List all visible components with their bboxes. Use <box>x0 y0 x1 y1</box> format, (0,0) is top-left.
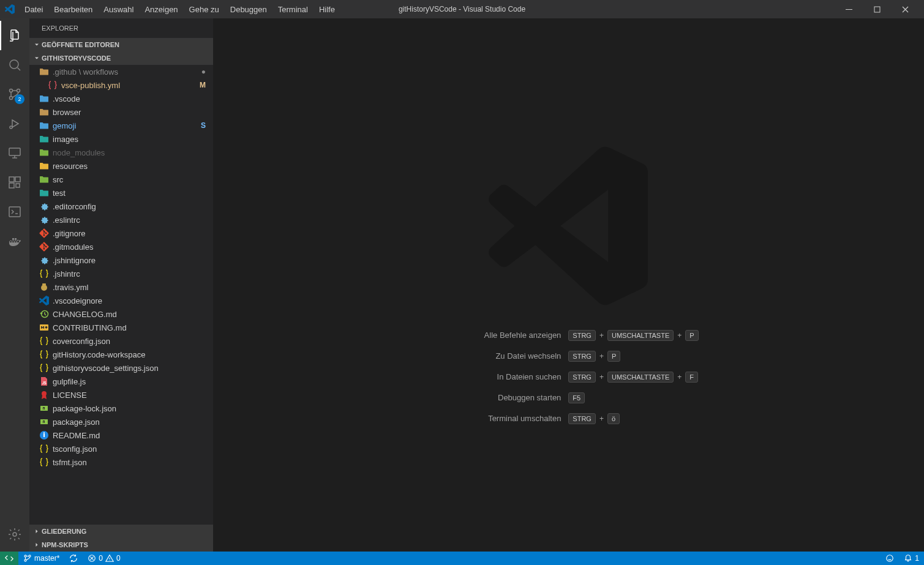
svg-point-4 <box>10 97 13 100</box>
folder-yellow-icon <box>39 161 49 171</box>
json-icon <box>39 269 49 279</box>
file-decoration: S <box>201 121 206 130</box>
file-item[interactable]: test <box>29 186 213 200</box>
menu-debuggen[interactable]: Debuggen <box>225 2 272 17</box>
file-name: gitHistory.code-workspace <box>53 350 213 359</box>
file-item[interactable]: coverconfig.json <box>29 334 213 348</box>
svg-rect-9 <box>15 177 20 182</box>
svg-point-23 <box>24 559 26 561</box>
file-item[interactable]: githistoryvscode_settings.json <box>29 361 213 375</box>
file-item[interactable]: LICENSE <box>29 388 213 402</box>
menu-hilfe[interactable]: Hilfe <box>314 2 340 17</box>
file-item[interactable]: gemojiS <box>29 119 213 132</box>
travis-icon <box>39 282 49 292</box>
file-item[interactable]: CONTRIBUTING.md <box>29 321 213 334</box>
activitybar: 2 <box>0 18 29 552</box>
file-item[interactable]: browser <box>29 105 213 119</box>
file-item[interactable]: gitHistory.code-workspace <box>29 348 213 361</box>
menu-auswahl[interactable]: Auswahl <box>99 2 138 17</box>
file-item[interactable]: resources <box>29 159 213 173</box>
keyboard-key: P <box>607 351 620 362</box>
npm-icon <box>39 403 49 413</box>
hint-row: In Dateien suchenSTRG+UMSCHALTTASTE+F <box>438 372 698 383</box>
section-project[interactable]: GITHISTORYVSCODE <box>29 51 213 65</box>
activity-explorer[interactable] <box>0 21 29 50</box>
file-item[interactable]: .editorconfig <box>29 200 213 213</box>
file-item[interactable]: .travis.yml <box>29 280 213 294</box>
file-item[interactable]: .gitignore <box>29 226 213 240</box>
section-label: NPM-SKRIPTS <box>42 541 88 548</box>
svg-point-3 <box>10 89 13 92</box>
file-item[interactable]: package.json <box>29 415 213 428</box>
close-button[interactable] <box>891 0 919 18</box>
status-problems[interactable]: 0 0 <box>83 552 125 565</box>
editor-area: Alle Befehle anzeigenSTRG+UMSCHALTTASTE+… <box>213 18 924 552</box>
file-name: .gitmodules <box>53 242 213 252</box>
file-name: CONTRIBUTING.md <box>53 323 213 332</box>
menu-terminal[interactable]: Terminal <box>273 2 313 17</box>
section-open-editors[interactable]: GEÖFFNETE EDITOREN <box>29 38 213 51</box>
status-sync[interactable] <box>64 552 83 565</box>
section-outline[interactable]: GLIEDERUNG <box>29 525 213 538</box>
file-name: node_modules <box>53 148 213 157</box>
file-item[interactable]: .gitmodules <box>29 240 213 253</box>
notification-count: 1 <box>915 554 919 563</box>
vscode-watermark-icon <box>489 146 648 305</box>
file-name: gemoji <box>53 121 201 130</box>
file-item[interactable]: .jshintignore <box>29 253 213 267</box>
maximize-button[interactable] <box>863 0 891 18</box>
keyboard-key: STRG <box>568 372 596 383</box>
file-item[interactable]: package-lock.json <box>29 402 213 415</box>
menu-datei[interactable]: Datei <box>20 2 48 17</box>
activity-terminal[interactable] <box>0 197 29 226</box>
file-item[interactable]: images <box>29 132 213 146</box>
activity-search[interactable] <box>0 50 29 80</box>
js-icon <box>39 376 49 386</box>
file-item[interactable]: CHANGELOG.md <box>29 307 213 321</box>
key-separator: + <box>599 352 604 361</box>
file-name: .jshintignore <box>53 256 213 265</box>
svg-point-6 <box>10 126 12 129</box>
menu-anzeigen[interactable]: Anzeigen <box>140 2 182 17</box>
svg-point-22 <box>24 555 26 557</box>
md-yellow-icon <box>39 323 49 332</box>
file-name: LICENSE <box>53 391 213 400</box>
file-item[interactable]: vsce-publish.ymlM <box>29 78 213 92</box>
file-tree[interactable]: .github \ workflows●vsce-publish.ymlM.vs… <box>29 65 213 525</box>
activity-extensions[interactable] <box>0 168 29 197</box>
error-count: 0 <box>99 554 103 563</box>
file-item[interactable]: .eslintrc <box>29 213 213 226</box>
activity-remote[interactable] <box>0 138 29 168</box>
file-item[interactable]: gulpfile.js <box>29 375 213 388</box>
status-feedback[interactable] <box>881 552 899 565</box>
file-item[interactable]: src <box>29 173 213 186</box>
section-npm[interactable]: NPM-SKRIPTS <box>29 538 213 552</box>
activity-debug[interactable] <box>0 109 29 138</box>
file-name: .vscodeignore <box>53 296 213 305</box>
menu-gehe-zu[interactable]: Gehe zu <box>184 2 224 17</box>
activity-settings[interactable] <box>0 520 29 549</box>
activity-docker[interactable] <box>0 226 29 256</box>
status-remote[interactable] <box>0 552 18 565</box>
json-icon <box>39 457 49 467</box>
menu-bearbeiten[interactable]: Bearbeiten <box>49 2 97 17</box>
file-item[interactable]: .github \ workflows● <box>29 65 213 78</box>
activity-scm[interactable]: 2 <box>0 80 29 109</box>
file-item[interactable]: .vscodeignore <box>29 294 213 307</box>
file-item[interactable]: tsfmt.json <box>29 455 213 469</box>
history-icon <box>39 309 49 319</box>
keyboard-key: STRG <box>568 330 596 341</box>
minimize-button[interactable] <box>835 0 863 18</box>
hint-keys: STRG+P <box>568 351 620 362</box>
file-item[interactable]: .vscode <box>29 92 213 105</box>
status-branch[interactable]: master* <box>18 552 64 565</box>
svg-point-5 <box>17 89 20 92</box>
json-icon <box>39 363 49 373</box>
svg-rect-11 <box>16 184 20 187</box>
file-item[interactable]: .jshintrc <box>29 267 213 280</box>
file-item[interactable]: tsconfig.json <box>29 442 213 455</box>
file-item[interactable]: node_modules <box>29 146 213 159</box>
file-item[interactable]: README.md <box>29 428 213 442</box>
status-notifications[interactable]: 1 <box>899 552 924 565</box>
svg-point-13 <box>13 533 17 536</box>
